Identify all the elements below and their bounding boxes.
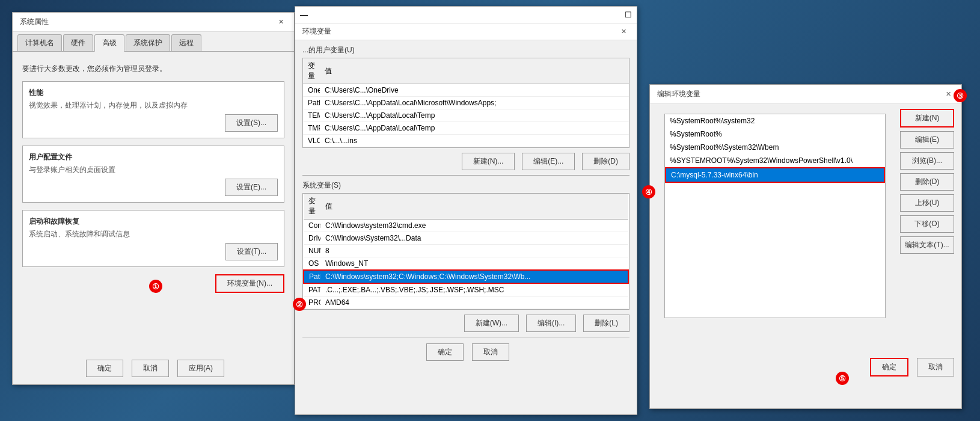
title-envvar: 环境变量 [302, 26, 331, 37]
annotation-2: ② [293, 298, 306, 311]
sys-del-btn[interactable]: 删除(L) [583, 315, 629, 332]
list-item-0[interactable]: %SystemRoot%\system32 [665, 114, 885, 128]
editenv-del-btn[interactable]: 删除(D) [900, 173, 954, 191]
editenv-edit-btn[interactable]: 编辑(E) [900, 131, 954, 149]
sysattr-apply-btn[interactable]: 应用(A) [177, 360, 224, 377]
editenv-up-btn[interactable]: 上移(U) [900, 194, 954, 212]
startup-desc: 系统启动、系统故障和调试信息 [29, 229, 278, 239]
user-vars-title: ...的用户变量(U) [295, 40, 637, 58]
table-row[interactable]: VLC_PLUGIN_PATH C:\...\...ins [303, 135, 629, 147]
svar-val-6: AMD64 [320, 297, 628, 309]
editenv-new-btn[interactable]: 新建(N) [900, 109, 954, 128]
table-row[interactable]: PROCESSOR_ARCHITECT... AMD64 [304, 297, 628, 309]
uvar-name-0: OneDrive [303, 84, 320, 97]
startup-settings-btn[interactable]: 设置(T)... [225, 243, 278, 260]
svar-val-3: Windows_NT [320, 257, 628, 271]
user-edit-btn[interactable]: 编辑(E)... [522, 153, 575, 170]
svar-name-0: ComSpec [304, 220, 320, 232]
editenv-ok-btn[interactable]: 确定 [870, 358, 908, 376]
editenv-list: %SystemRoot%\system32 %SystemRoot% %Syst… [664, 114, 886, 318]
tab-sysprotect[interactable]: 系统保护 [126, 34, 170, 51]
close-btn-sysattr[interactable]: ✕ [275, 16, 287, 28]
editenv-btns: 新建(N) 编辑(E) 浏览(B)... 删除(D) 上移(U) 下移(O) 编… [900, 109, 954, 323]
uvar-name-3: TMP [303, 122, 320, 135]
window-controls-edit: ✕ [942, 88, 954, 100]
uvar-val-2: C:\Users\C...\AppData\Local\Temp [320, 109, 629, 122]
startup-section: 启动和故障恢复 系统启动、系统故障和调试信息 设置(T)... [22, 210, 284, 267]
table-row[interactable]: ComSpec C:\Windows\system32\cmd.exe [304, 220, 628, 232]
editenv-edittext-btn[interactable]: 编辑文本(T)... [900, 236, 954, 254]
table-row[interactable]: NUMBER_OF_PROCESSORS 8 [304, 245, 628, 257]
svar-name-1: DriverData [304, 232, 320, 245]
svar-val-5: .C...;.EXE;.BA...;.VBS;.VBE;.JS;.JSE;.WS… [320, 283, 628, 297]
close-btn-envvar[interactable]: ✕ [617, 26, 629, 38]
table-row[interactable]: PATHEXT .C...;.EXE;.BA...;.VBS;.VBE;.JS;… [304, 283, 628, 297]
tab-advanced[interactable]: 高级 [94, 34, 124, 52]
table-row[interactable]: OneDrive C:\Users\C...\OneDrive [303, 84, 629, 97]
envvar-ok-btn[interactable]: 确定 [426, 343, 464, 361]
envvar-cancel-btn[interactable]: 取消 [472, 343, 509, 361]
tab-hardware[interactable]: 硬件 [63, 34, 93, 51]
performance-section: 性能 视觉效果，处理器计划，内存使用，以及虚拟内存 设置(S)... [22, 81, 284, 138]
editenv-browse-btn[interactable]: 浏览(B)... [900, 152, 954, 170]
sys-vars-table-container: 变量 值 ComSpec C:\Windows\system32\cmd.exe… [302, 193, 629, 310]
uvar-name-4: VLC_PLUGIN_PATH [303, 135, 320, 147]
window-controls: ✕ [275, 16, 287, 28]
sysattr-content: 要进行大多数更改，您必须作为管理员登录。 性能 视觉效果，处理器计划，内存使用，… [13, 52, 294, 300]
title-bar-envvar: 环境变量 ✕ [295, 23, 637, 40]
editenv-footer: 确定 取消 [650, 352, 961, 383]
admin-info: 要进行大多数更改，您必须作为管理员登录。 [22, 59, 284, 81]
title-editenv: 编辑环境变量 [657, 89, 700, 99]
sysattr-footer: 确定 取消 应用(A) [13, 360, 294, 377]
tab-remote[interactable]: 远程 [171, 34, 201, 51]
svar-val-4: C:\Windows\system32;C:\Windows;C:\Window… [320, 270, 628, 283]
list-item-2[interactable]: %SystemRoot%\System32\Wbem [665, 141, 885, 154]
env-vars-btn[interactable]: 环境变量(N)... [215, 274, 284, 293]
env-var-dialog: — ☐ 环境变量 ✕ ...的用户变量(U) 变量 值 OneDrive C:\… [295, 6, 637, 415]
userprofile-label: 用户配置文件 [29, 152, 278, 162]
svar-name-5: PATHEXT [304, 283, 320, 297]
table-row[interactable]: TMP C:\Users\C...\AppData\Local\Temp [303, 122, 629, 135]
editenv-down-btn[interactable]: 下移(O) [900, 215, 954, 233]
annotation-4: ④ [642, 185, 655, 198]
title-minimize: — [300, 10, 308, 19]
uvar-val-3: C:\Users\C...\AppData\Local\Temp [320, 122, 629, 135]
close-btn-editenv[interactable]: ✕ [942, 88, 954, 100]
window-controls-env: ✕ [617, 26, 629, 38]
editenv-cancel-btn[interactable]: 取消 [917, 358, 954, 376]
userprofile-desc: 与登录账户相关的桌面设置 [29, 165, 278, 175]
perf-settings-btn[interactable]: 设置(S)... [225, 114, 278, 132]
system-properties-dialog: 系统属性 ✕ 计算机名 硬件 高级 系统保护 远程 要进行大多数更改，您必须作为… [12, 12, 295, 385]
editenv-list-area: %SystemRoot%\system32 %SystemRoot% %Syst… [657, 109, 893, 323]
user-vars-btn-row: 新建(N)... 编辑(E)... 删除(D) [295, 148, 637, 175]
title-maximize: ☐ [625, 10, 632, 19]
table-row[interactable]: TEMP C:\Users\C...\AppData\Local\Temp [303, 109, 629, 122]
sysattr-cancel-btn[interactable]: 取消 [132, 360, 169, 377]
sys-vars-title: 系统变量(S) [295, 176, 637, 193]
user-vars-table-container: 变量 值 OneDrive C:\Users\C...\OneDrive Pat… [302, 58, 629, 148]
table-row[interactable]: OS Windows_NT [304, 257, 628, 271]
user-col-name: 变量 [303, 58, 320, 84]
list-item-3[interactable]: %SYSTEMROOT%\System32\WindowsPowerShell\… [665, 154, 885, 167]
path-row[interactable]: Path C:\Windows\system32;C:\Windows;C:\W… [304, 270, 628, 283]
list-item-4[interactable]: C:\mysql-5.7.33-winx64\bin [665, 167, 885, 183]
userprofile-section: 用户配置文件 与登录账户相关的桌面设置 设置(E)... [22, 146, 284, 203]
title-sysattr: 系统属性 [20, 17, 49, 27]
svar-name-4: Path [304, 270, 320, 283]
sys-new-btn[interactable]: 新建(W)... [464, 315, 519, 332]
sysattr-ok-btn[interactable]: 确定 [86, 360, 123, 377]
userprofile-settings-btn[interactable]: 设置(E)... [225, 179, 278, 196]
uvar-val-4: C:\...\...ins [320, 135, 629, 147]
tab-computername[interactable]: 计算机名 [17, 34, 62, 51]
annotation-5: ⑤ [836, 372, 849, 385]
list-item-1[interactable]: %SystemRoot% [665, 128, 885, 141]
sys-vars-table: 变量 值 ComSpec C:\Windows\system32\cmd.exe… [303, 194, 629, 309]
user-vars-table: 变量 值 OneDrive C:\Users\C...\OneDrive Pat… [303, 58, 629, 147]
table-row[interactable]: DriverData C:\Windows\System32\...Data [304, 232, 628, 245]
table-row[interactable]: Path C:\Users\C...\AppData\Local\Microso… [303, 97, 629, 109]
uvar-val-0: C:\Users\C...\OneDrive [320, 84, 629, 97]
sys-edit-btn[interactable]: 编辑(I)... [526, 315, 576, 332]
user-new-btn[interactable]: 新建(N)... [462, 153, 515, 170]
user-del-btn[interactable]: 删除(D) [582, 153, 629, 170]
svar-name-6: PROCESSOR_ARCHITECT... [304, 297, 320, 309]
